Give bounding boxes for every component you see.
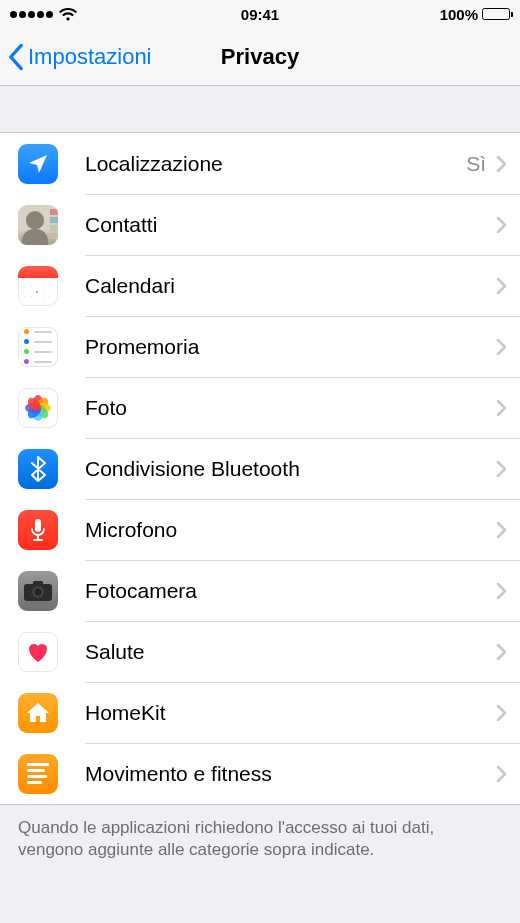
battery-icon <box>482 8 510 20</box>
row-photos[interactable]: Foto <box>0 377 520 438</box>
row-label: Promemoria <box>85 335 496 359</box>
svg-rect-8 <box>35 519 41 532</box>
chevron-right-icon <box>496 522 506 538</box>
row-location[interactable]: Localizzazione Sì <box>0 133 520 194</box>
row-bluetooth[interactable]: Condivisione Bluetooth <box>0 438 520 499</box>
camera-icon <box>18 571 58 611</box>
chevron-right-icon <box>496 217 506 233</box>
row-label: Salute <box>85 640 496 664</box>
row-camera[interactable]: Fotocamera <box>0 560 520 621</box>
chevron-right-icon <box>496 278 506 294</box>
row-reminders[interactable]: Promemoria <box>0 316 520 377</box>
status-bar: 09:41 100% <box>0 0 520 28</box>
row-label: Condivisione Bluetooth <box>85 457 496 481</box>
row-homekit[interactable]: HomeKit <box>0 682 520 743</box>
row-value: Sì <box>466 152 486 176</box>
row-label: HomeKit <box>85 701 496 725</box>
microphone-icon <box>18 510 58 550</box>
back-button[interactable]: Impostazioni <box>8 44 152 70</box>
row-label: Calendari <box>85 274 496 298</box>
chevron-right-icon <box>496 705 506 721</box>
svg-point-12 <box>35 588 42 595</box>
row-motion[interactable]: Movimento e fitness <box>0 743 520 804</box>
reminders-icon <box>18 327 58 367</box>
heart-icon <box>18 632 58 672</box>
chevron-right-icon <box>496 156 506 172</box>
privacy-list: Localizzazione Sì Contatti · · · · ·· · … <box>0 132 520 805</box>
wifi-icon <box>59 8 77 21</box>
bluetooth-icon <box>18 449 58 489</box>
footer-note: Quando le applicazioni richiedono l'acce… <box>0 805 520 861</box>
navigation-bar: Impostazioni Privacy <box>0 28 520 86</box>
row-health[interactable]: Salute <box>0 621 520 682</box>
row-contacts[interactable]: Contatti <box>0 194 520 255</box>
row-label: Microfono <box>85 518 496 542</box>
location-arrow-icon <box>18 144 58 184</box>
contacts-icon <box>18 205 58 245</box>
row-label: Foto <box>85 396 496 420</box>
chevron-right-icon <box>496 339 506 355</box>
svg-rect-10 <box>33 581 43 586</box>
signal-strength-icon <box>10 11 53 18</box>
chevron-right-icon <box>496 400 506 416</box>
chevron-right-icon <box>496 644 506 660</box>
row-label: Fotocamera <box>85 579 496 603</box>
row-label: Contatti <box>85 213 496 237</box>
motion-icon <box>18 754 58 794</box>
row-label: Movimento e fitness <box>85 762 496 786</box>
chevron-right-icon <box>496 583 506 599</box>
home-icon <box>18 693 58 733</box>
back-label: Impostazioni <box>28 44 152 70</box>
chevron-right-icon <box>496 461 506 477</box>
row-label: Localizzazione <box>85 152 466 176</box>
row-calendars[interactable]: · · · · ·· · ● · ·· · · · · Calendari <box>0 255 520 316</box>
battery-percentage: 100% <box>440 6 478 23</box>
photos-icon <box>18 388 58 428</box>
row-microphone[interactable]: Microfono <box>0 499 520 560</box>
calendar-icon: · · · · ·· · ● · ·· · · · · <box>18 266 58 306</box>
chevron-right-icon <box>496 766 506 782</box>
chevron-left-icon <box>8 44 24 70</box>
